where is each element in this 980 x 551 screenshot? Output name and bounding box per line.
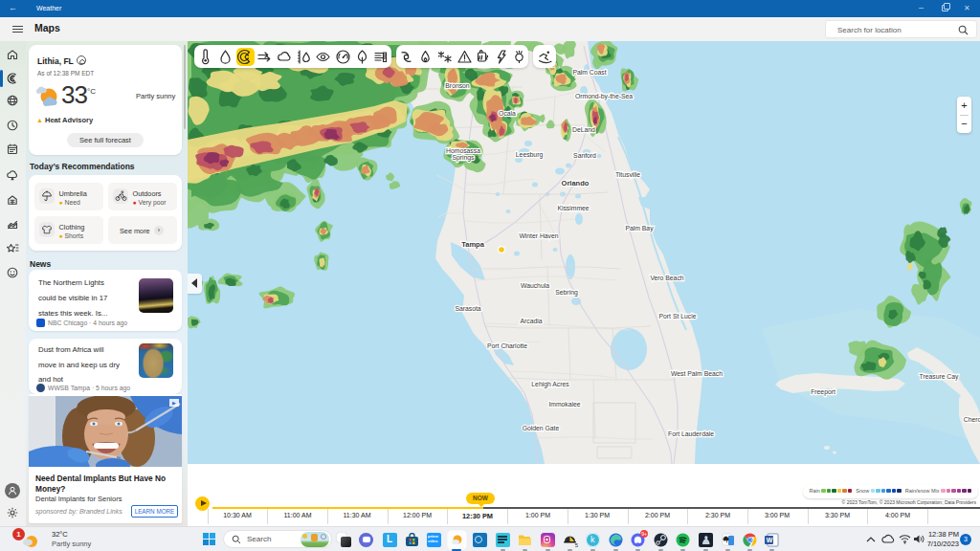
svg-text:Immokalee: Immokalee [548, 401, 580, 408]
svg-text:Freeport: Freeport [811, 388, 835, 396]
svg-text:Port Charlotte: Port Charlotte [487, 342, 527, 349]
svg-text:Kissimmee: Kissimmee [557, 205, 589, 211]
svg-text:Winter Haven: Winter Haven [519, 232, 558, 239]
svg-text:Palm Coast: Palm Coast [572, 69, 606, 76]
svg-text:Titusville: Titusville [615, 171, 640, 178]
svg-text:Sarasota: Sarasota [455, 305, 480, 312]
svg-text:Sanford: Sanford [573, 152, 596, 159]
svg-text:Sebring: Sebring [555, 289, 578, 297]
svg-text:Orlando: Orlando [562, 179, 590, 187]
svg-text:Leesburg: Leesburg [516, 151, 544, 159]
svg-text:DeLand: DeLand [572, 126, 595, 133]
svg-text:Fort Lauderdale: Fort Lauderdale [668, 430, 714, 437]
svg-text:Wauchula: Wauchula [521, 282, 549, 289]
svg-text:Vero Beach: Vero Beach [650, 275, 683, 281]
svg-text:West Palm Beach: West Palm Beach [671, 370, 723, 377]
svg-text:Golden Gate: Golden Gate [523, 425, 560, 431]
svg-text:Homosassa: Homosassa [446, 147, 480, 154]
svg-text:Chero: Chero [964, 416, 980, 423]
svg-text:Palm Bay: Palm Bay [625, 225, 654, 232]
svg-text:Lehigh Acres: Lehigh Acres [531, 381, 569, 388]
svg-text:Ormond-by-the-Sea: Ormond-by-the-Sea [575, 93, 633, 100]
svg-text:Ocala: Ocala [499, 110, 516, 117]
svg-text:Bronson: Bronson [445, 82, 470, 89]
svg-text:Treasure Cay: Treasure Cay [920, 373, 960, 381]
svg-text:W: W [766, 537, 772, 543]
svg-text:Springs: Springs [452, 154, 475, 162]
svg-text:Port St Lucie: Port St Lucie [659, 313, 697, 320]
svg-text:Arcadia: Arcadia [520, 318, 542, 324]
svg-text:Tampa: Tampa [461, 240, 484, 249]
